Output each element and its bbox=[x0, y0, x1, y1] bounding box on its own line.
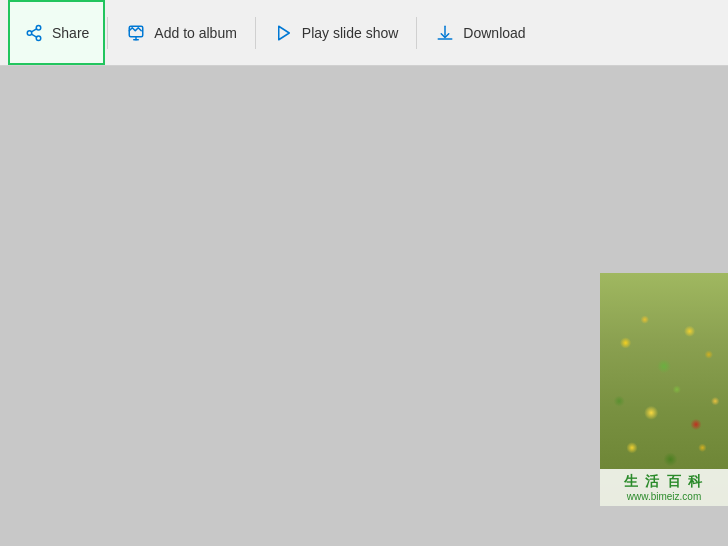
download-label: Download bbox=[463, 25, 525, 41]
watermark-url: www.bimeiz.com bbox=[608, 491, 720, 502]
add-to-album-button[interactable]: Add to album bbox=[110, 0, 253, 65]
svg-marker-8 bbox=[279, 26, 290, 40]
share-icon bbox=[24, 23, 44, 43]
share-label: Share bbox=[52, 25, 89, 41]
watermark-chinese: 生 活 百 科 bbox=[608, 473, 720, 491]
photo-thumbnail[interactable]: 生 活 百 科 www.bimeiz.com bbox=[600, 273, 728, 506]
svg-line-3 bbox=[31, 34, 36, 37]
toolbar: Share Add to album Play slide show bbox=[0, 0, 728, 66]
download-button[interactable]: Download bbox=[419, 0, 541, 65]
watermark: 生 活 百 科 www.bimeiz.com bbox=[600, 469, 728, 506]
play-slide-show-label: Play slide show bbox=[302, 25, 399, 41]
download-icon bbox=[435, 23, 455, 43]
play-slide-show-button[interactable]: Play slide show bbox=[258, 0, 415, 65]
svg-line-4 bbox=[31, 28, 36, 31]
toolbar-divider-3 bbox=[416, 17, 417, 49]
add-to-album-icon bbox=[126, 23, 146, 43]
toolbar-divider-2 bbox=[255, 17, 256, 49]
play-icon bbox=[274, 23, 294, 43]
share-button[interactable]: Share bbox=[8, 0, 105, 65]
add-to-album-label: Add to album bbox=[154, 25, 237, 41]
main-content: 生 活 百 科 www.bimeiz.com bbox=[0, 66, 728, 546]
toolbar-divider-1 bbox=[107, 17, 108, 49]
